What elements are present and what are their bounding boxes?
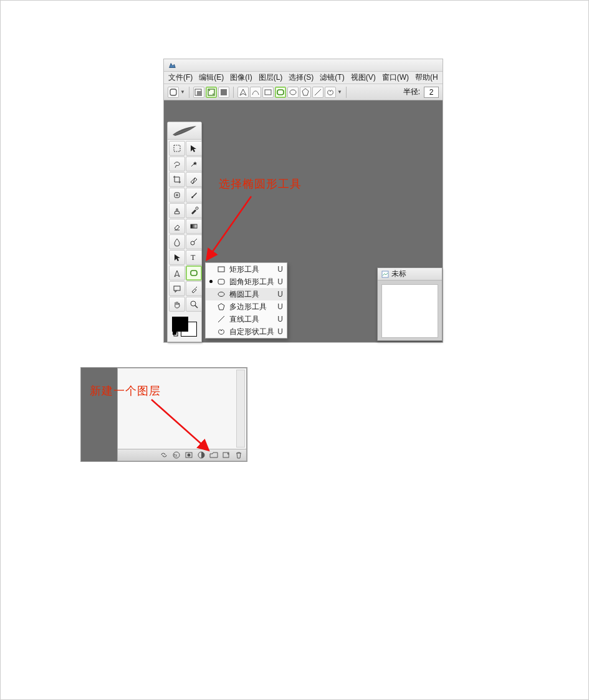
shape-tool-flyout: 矩形工具 U 圆角矩形工具 U 椭圆工具 U 多边形工具 U 直线工具 U 自定… (205, 262, 287, 338)
active-tool-preset[interactable] (168, 87, 179, 98)
flyout-shortcut: U (277, 327, 283, 336)
svg-rect-26 (173, 331, 176, 335)
flyout-label: 椭圆工具 (229, 289, 259, 300)
pen-icon[interactable] (237, 87, 249, 98)
link-layers-icon[interactable] (159, 451, 169, 459)
eyedropper-tool[interactable] (186, 281, 202, 296)
flyout-shortcut: U (277, 277, 283, 286)
svg-line-11 (315, 89, 321, 95)
flyout-shortcut: U (277, 290, 283, 299)
freeform-pen-icon[interactable] (250, 87, 261, 98)
history-brush-tool[interactable] (186, 203, 202, 218)
rounded-rect-icon (217, 277, 226, 286)
document-title: 未标 (391, 269, 406, 279)
flyout-shortcut: U (277, 302, 283, 311)
flyout-rounded-rect[interactable]: 圆角矩形工具 U (206, 276, 287, 288)
rectangle-icon[interactable] (262, 87, 274, 98)
layers-panel-screenshot: fx (80, 367, 247, 462)
layers-panel: fx (117, 368, 247, 461)
flyout-label: 自定形状工具 (229, 327, 274, 337)
lasso-tool[interactable] (169, 156, 185, 171)
path-select-tool[interactable] (169, 250, 185, 265)
svg-point-4 (209, 90, 210, 91)
brush-tool[interactable] (186, 188, 202, 203)
trash-icon[interactable] (234, 451, 244, 459)
flyout-label: 矩形工具 (229, 264, 259, 275)
paths-icon[interactable] (206, 87, 217, 98)
svg-rect-8 (277, 90, 284, 95)
clone-stamp-tool[interactable] (169, 203, 185, 218)
menubar: 文件(F) 编辑(E) 图像(I) 图层(L) 选择(S) 滤镜(T) 视图(V… (164, 72, 443, 84)
polygon-icon[interactable] (300, 87, 311, 98)
menu-help[interactable]: 帮助(H (413, 71, 440, 84)
zoom-tool[interactable] (186, 297, 202, 312)
pen-tool[interactable] (169, 266, 185, 280)
color-swatches[interactable] (171, 315, 198, 338)
default-colors-icon[interactable] (172, 330, 178, 337)
svg-text:T: T (191, 253, 196, 262)
marquee-tool[interactable] (169, 141, 185, 156)
menu-select[interactable]: 选择(S) (287, 71, 315, 84)
svg-rect-28 (218, 279, 224, 284)
hand-tool[interactable] (169, 297, 185, 312)
svg-point-23 (191, 301, 196, 306)
radius-input[interactable] (424, 87, 439, 98)
adjustment-icon[interactable] (196, 451, 206, 459)
shape-tool[interactable] (186, 266, 202, 280)
gradient-tool[interactable] (186, 219, 202, 234)
foreground-color-swatch[interactable] (172, 317, 188, 332)
fx-icon[interactable]: fx (171, 451, 181, 459)
menu-window[interactable]: 窗口(W) (380, 71, 411, 84)
flyout-polygon[interactable]: 多边形工具 U (206, 300, 287, 313)
flyout-rectangle[interactable]: 矩形工具 U (206, 263, 287, 276)
layers-panel-bottombar: fx (118, 449, 246, 461)
dodge-tool[interactable] (186, 234, 202, 249)
annotation-new-layer: 新建一个图层 (90, 383, 161, 398)
crop-tool[interactable] (169, 172, 185, 187)
move-tool[interactable] (186, 141, 202, 156)
type-tool[interactable]: T (186, 250, 202, 265)
menu-file[interactable]: 文件(F) (166, 71, 194, 84)
document-window[interactable]: 未标 (377, 267, 443, 341)
svg-rect-17 (191, 224, 197, 228)
tools-panel: T (167, 122, 202, 342)
blur-tool[interactable] (169, 234, 185, 249)
magic-wand-tool[interactable] (186, 156, 202, 171)
flyout-custom-shape[interactable]: 自定形状工具 U (206, 325, 287, 338)
menu-image[interactable]: 图像(I) (228, 71, 254, 84)
svg-marker-10 (302, 89, 309, 95)
fill-pixels-icon[interactable] (218, 87, 229, 98)
flyout-ellipse[interactable]: 椭圆工具 U (206, 288, 287, 300)
menu-view[interactable]: 视图(V) (349, 71, 378, 84)
photoshop-window: 文件(F) 编辑(E) 图像(I) 图层(L) 选择(S) 滤镜(T) 视图(V… (163, 59, 443, 343)
ellipse-icon[interactable] (287, 87, 299, 98)
shape-layers-icon[interactable] (193, 87, 204, 98)
healing-brush-tool[interactable] (169, 188, 185, 203)
window-titlebar[interactable] (164, 59, 443, 72)
layers-list-area[interactable] (118, 368, 246, 449)
mask-icon[interactable] (184, 451, 194, 459)
menu-filter[interactable]: 滤镜(T) (318, 71, 346, 84)
document-canvas[interactable] (381, 284, 438, 338)
custom-shape-icon[interactable] (325, 87, 336, 98)
svg-point-5 (213, 93, 214, 95)
slice-tool[interactable] (186, 172, 202, 187)
svg-line-24 (195, 305, 198, 308)
eraser-tool[interactable] (169, 219, 185, 234)
flyout-label: 圆角矩形工具 (229, 277, 274, 287)
flyout-line[interactable]: 直线工具 U (206, 313, 287, 325)
tools-panel-header[interactable] (168, 122, 201, 140)
radius-label: 半径: (403, 87, 423, 97)
svg-point-36 (188, 454, 191, 457)
notes-tool[interactable] (169, 281, 185, 296)
menu-edit[interactable]: 编辑(E) (197, 71, 226, 84)
svg-rect-6 (221, 89, 227, 95)
app-icon (168, 61, 176, 70)
svg-text:fx: fx (174, 453, 178, 458)
group-icon[interactable] (209, 451, 219, 459)
line-icon[interactable] (312, 87, 323, 98)
menu-layer[interactable]: 图层(L) (257, 71, 285, 84)
new-layer-icon[interactable] (221, 451, 231, 459)
rounded-rectangle-icon[interactable] (275, 87, 286, 98)
svg-point-9 (290, 90, 296, 95)
